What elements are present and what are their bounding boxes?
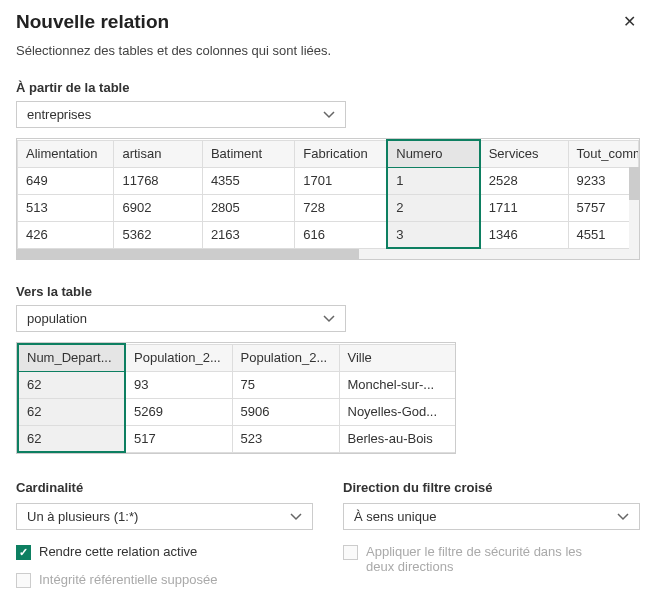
cardinality-value: Un à plusieurs (1:*) bbox=[27, 509, 138, 524]
crossfilter-value: À sens unique bbox=[354, 509, 436, 524]
table-cell: 2 bbox=[387, 194, 479, 221]
table-cell: 75 bbox=[232, 371, 339, 398]
referential-integrity-checkbox bbox=[16, 573, 31, 588]
chevron-down-icon bbox=[323, 107, 335, 122]
table-cell: 517 bbox=[125, 425, 232, 452]
close-icon[interactable]: ✕ bbox=[619, 8, 640, 35]
table-cell: 1346 bbox=[480, 221, 568, 248]
table-cell: Berles-au-Bois bbox=[339, 425, 456, 452]
chevron-down-icon bbox=[617, 509, 629, 524]
column-header[interactable]: Population_2... bbox=[125, 344, 232, 371]
cardinality-select[interactable]: Un à plusieurs (1:*) bbox=[16, 503, 313, 530]
table-cell: 3 bbox=[387, 221, 479, 248]
table-cell: 2805 bbox=[202, 194, 294, 221]
table-row[interactable]: 62517523Berles-au-Bois bbox=[18, 425, 456, 452]
table-cell: 4355 bbox=[202, 167, 294, 194]
table-cell: 93 bbox=[125, 371, 232, 398]
table-cell: 11768 bbox=[114, 167, 202, 194]
table-cell: 62 bbox=[18, 398, 125, 425]
table-row[interactable]: 42653622163616313464551 bbox=[18, 221, 639, 248]
security-filter-checkbox bbox=[343, 545, 358, 560]
table-row[interactable]: 6491176843551701125289233 bbox=[18, 167, 639, 194]
column-header[interactable]: Alimentation bbox=[18, 140, 114, 167]
table-cell: 9233 bbox=[568, 167, 638, 194]
table-cell: 513 bbox=[18, 194, 114, 221]
dialog-subtitle: Sélectionnez des tables et des colonnes … bbox=[16, 43, 640, 58]
table-cell: 5757 bbox=[568, 194, 638, 221]
table-row[interactable]: 629375Monchel-sur-... bbox=[18, 371, 456, 398]
table-cell: 426 bbox=[18, 221, 114, 248]
table-row[interactable]: 51369022805728217115757 bbox=[18, 194, 639, 221]
table-cell: 523 bbox=[232, 425, 339, 452]
table-cell: 2528 bbox=[480, 167, 568, 194]
column-header[interactable]: Numero bbox=[387, 140, 479, 167]
table-cell: 2163 bbox=[202, 221, 294, 248]
cardinality-label: Cardinalité bbox=[16, 480, 313, 495]
from-table-preview: AlimentationartisanBatimentFabricationNu… bbox=[16, 138, 640, 260]
from-table-label: À partir de la table bbox=[16, 80, 640, 95]
table-cell: 649 bbox=[18, 167, 114, 194]
chevron-down-icon bbox=[323, 311, 335, 326]
column-header[interactable]: Population_2... bbox=[232, 344, 339, 371]
column-header[interactable]: Ville bbox=[339, 344, 456, 371]
crossfilter-select[interactable]: À sens unique bbox=[343, 503, 640, 530]
table-row[interactable]: 6252695906Noyelles-God... bbox=[18, 398, 456, 425]
from-table-select[interactable]: entreprises bbox=[16, 101, 346, 128]
table-cell: 1711 bbox=[480, 194, 568, 221]
column-header[interactable]: Batiment bbox=[202, 140, 294, 167]
dialog-title: Nouvelle relation bbox=[16, 11, 169, 33]
table-cell: 5906 bbox=[232, 398, 339, 425]
column-header[interactable]: Services bbox=[480, 140, 568, 167]
from-table-value: entreprises bbox=[27, 107, 91, 122]
scrollbar-horizontal[interactable] bbox=[17, 249, 639, 259]
table-cell: Noyelles-God... bbox=[339, 398, 456, 425]
table-cell: 1 bbox=[387, 167, 479, 194]
table-cell: 616 bbox=[295, 221, 387, 248]
column-header[interactable]: Tout_comm bbox=[568, 140, 638, 167]
table-cell: 62 bbox=[18, 371, 125, 398]
column-header[interactable]: Num_Depart... bbox=[18, 344, 125, 371]
table-cell: 4551 bbox=[568, 221, 638, 248]
column-header[interactable]: artisan bbox=[114, 140, 202, 167]
table-cell: Monchel-sur-... bbox=[339, 371, 456, 398]
to-table-select[interactable]: population bbox=[16, 305, 346, 332]
column-header[interactable]: Fabrication bbox=[295, 140, 387, 167]
to-table-preview: Num_Depart...Population_2...Population_2… bbox=[16, 342, 456, 454]
scrollbar-vertical[interactable] bbox=[629, 167, 639, 249]
referential-integrity-label: Intégrité référentielle supposée bbox=[39, 572, 218, 587]
table-cell: 62 bbox=[18, 425, 125, 452]
active-relation-label: Rendre cette relation active bbox=[39, 544, 197, 559]
to-table-label: Vers la table bbox=[16, 284, 640, 299]
chevron-down-icon bbox=[290, 509, 302, 524]
table-cell: 1701 bbox=[295, 167, 387, 194]
table-cell: 5362 bbox=[114, 221, 202, 248]
table-cell: 728 bbox=[295, 194, 387, 221]
active-relation-checkbox[interactable] bbox=[16, 545, 31, 560]
table-cell: 6902 bbox=[114, 194, 202, 221]
crossfilter-label: Direction du filtre croisé bbox=[343, 480, 640, 495]
to-table-value: population bbox=[27, 311, 87, 326]
table-cell: 5269 bbox=[125, 398, 232, 425]
security-filter-label: Appliquer le filtre de sécurité dans les… bbox=[366, 544, 606, 574]
